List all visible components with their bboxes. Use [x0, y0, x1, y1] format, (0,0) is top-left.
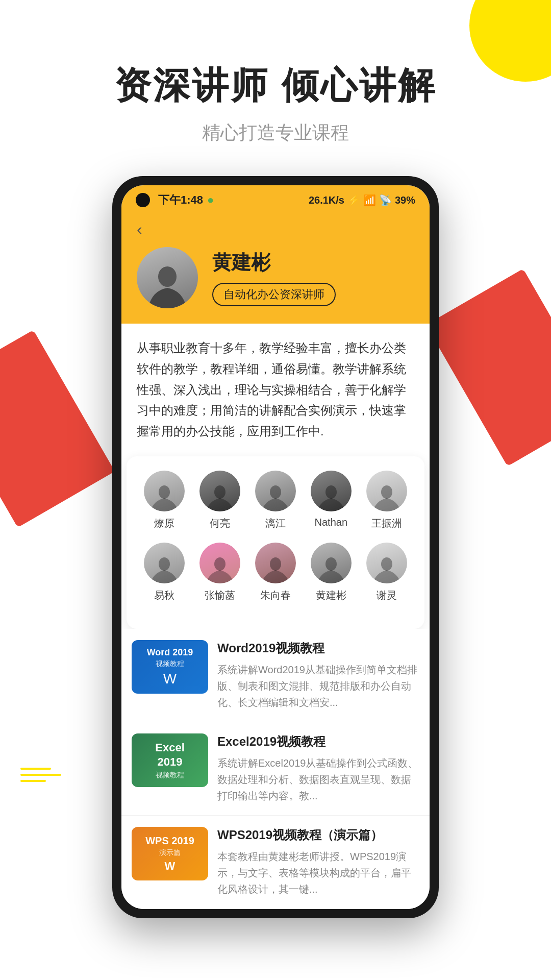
instructor-silhouette [259, 555, 292, 583]
instructor-item[interactable]: 王振洲 [361, 471, 412, 530]
instructor-avatar [366, 543, 407, 583]
course-list: Word 2019 视频教程 W Word2019视频教程 系统讲解Word20… [121, 629, 430, 909]
instructor-item[interactable]: 易秋 [139, 543, 190, 602]
instructor-name: 何亮 [210, 517, 230, 530]
instructor-avatar [311, 471, 352, 511]
course-title: Word2019视频教程 [217, 640, 419, 656]
back-arrow[interactable]: ‹ [137, 220, 414, 239]
teacher-avatar-silhouette [142, 262, 193, 308]
instructor-item[interactable]: 何亮 [194, 471, 245, 530]
teacher-name: 黄建彬 [212, 250, 414, 276]
course-thumbnail: Word 2019 视频教程 W [132, 640, 208, 694]
instructors-panel: 燎原 何亮 漓江 [127, 456, 424, 629]
teacher-avatar [137, 247, 198, 308]
svg-point-2 [214, 485, 226, 499]
instructor-silhouette [315, 555, 347, 583]
instructor-item[interactable]: Nathan [306, 471, 357, 530]
instructor-silhouette [370, 555, 403, 583]
teacher-info: 黄建彬 自动化办公资深讲师 [212, 250, 414, 306]
course-desc: 本套教程由黄建彬老师讲授。WPS2019演示，与文字、表格等模块构成的平台，扁平… [217, 848, 419, 897]
instructor-name: Nathan [315, 517, 348, 528]
course-info: WPS2019视频教程（演示篇） 本套教程由黄建彬老师讲授。WPS2019演示，… [217, 827, 419, 897]
teacher-bio: 从事职业教育十多年，教学经验丰富，擅长办公类软件的教学，教程详细，通俗易懂。教学… [121, 324, 430, 456]
course-info: Excel2019视频教程 系统讲解Excel2019从基础操作到公式函数、数据… [217, 733, 419, 804]
signal-icon: 📶 [363, 194, 376, 206]
instructor-silhouette [204, 483, 236, 511]
course-desc: 系统讲解Word2019从基础操作到简单文档排版、制表和图文混排、规范排版和办公… [217, 662, 419, 710]
instructor-avatar [144, 543, 185, 583]
instructor-name: 漓江 [265, 517, 286, 530]
svg-point-1 [159, 485, 170, 499]
instructor-silhouette [148, 483, 181, 511]
svg-point-5 [381, 485, 392, 499]
phone-screen: 下午1:48 ● 26.1K/s ⚡ 📶 📡 39% ‹ [121, 185, 430, 909]
status-dot: ● [207, 193, 214, 207]
instructors-row-2: 易秋 张愉菡 朱向春 [137, 543, 414, 602]
instructor-item[interactable]: 黄建彬 [306, 543, 357, 602]
svg-point-9 [325, 557, 337, 571]
status-bar-right: 26.1K/s ⚡ 📶 📡 39% [309, 194, 415, 206]
instructor-name: 谢灵 [377, 589, 397, 602]
svg-point-10 [381, 557, 392, 571]
course-item[interactable]: WPS 2019 演示篇 W WPS2019视频教程（演示篇） 本套教程由黄建彬… [121, 816, 430, 909]
course-thumbnail: Excel 2019 视频教程 [132, 733, 208, 787]
bluetooth-icon: ⚡ [347, 194, 360, 206]
wifi-icon: 📡 [379, 194, 392, 206]
instructor-name: 王振洲 [371, 517, 402, 530]
course-desc: 系统讲解Excel2019从基础操作到公式函数、数据处理和分析、数据图表直观呈现… [217, 755, 419, 804]
phone-wrapper: 下午1:48 ● 26.1K/s ⚡ 📶 📡 39% ‹ [0, 176, 551, 918]
instructor-name: 张愉菡 [205, 589, 235, 602]
instructor-silhouette [148, 555, 181, 583]
status-bar: 下午1:48 ● 26.1K/s ⚡ 📶 📡 39% [121, 185, 430, 212]
instructor-avatar [255, 471, 296, 511]
course-title: WPS2019视频教程（演示篇） [217, 827, 419, 843]
course-title: Excel2019视频教程 [217, 733, 419, 750]
instructor-avatar [199, 543, 240, 583]
instructor-avatar [366, 471, 407, 511]
course-info: Word2019视频教程 系统讲解Word2019从基础操作到简单文档排版、制表… [217, 640, 419, 710]
instructor-item[interactable]: 燎原 [139, 471, 190, 530]
course-thumbnail: WPS 2019 演示篇 W [132, 827, 208, 880]
instructor-name: 黄建彬 [316, 589, 346, 602]
status-speed: 26.1K/s [309, 194, 344, 206]
instructor-avatar [311, 543, 352, 583]
instructor-silhouette [370, 483, 403, 511]
course-item[interactable]: Excel 2019 视频教程 Excel2019视频教程 系统讲解Excel2… [121, 722, 430, 816]
battery-text: 39% [395, 194, 415, 206]
instructor-silhouette [259, 483, 292, 511]
camera-notch [136, 193, 150, 207]
svg-point-8 [270, 557, 281, 571]
instructor-silhouette [204, 555, 236, 583]
hero-section: 资深讲师 倾心讲解 精心打造专业课程 [0, 0, 551, 166]
instructor-silhouette [315, 483, 347, 511]
svg-point-7 [214, 557, 226, 571]
instructor-item[interactable]: 谢灵 [361, 543, 412, 602]
instructor-avatar [199, 471, 240, 511]
instructor-item[interactable]: 张愉菡 [194, 543, 245, 602]
course-item[interactable]: Word 2019 视频教程 W Word2019视频教程 系统讲解Word20… [121, 629, 430, 722]
instructor-name: 燎原 [154, 517, 174, 530]
instructor-item[interactable]: 朱向春 [250, 543, 301, 602]
svg-point-3 [270, 485, 281, 499]
svg-point-6 [159, 557, 170, 571]
phone-frame: 下午1:48 ● 26.1K/s ⚡ 📶 📡 39% ‹ [112, 176, 439, 918]
instructor-avatar [255, 543, 296, 583]
status-bar-left: 下午1:48 ● [136, 192, 214, 208]
teacher-badge: 自动化办公资深讲师 [212, 283, 336, 306]
instructor-name: 朱向春 [260, 589, 291, 602]
instructor-item[interactable]: 漓江 [250, 471, 301, 530]
profile-header: ‹ 黄建彬 自动化办公资深讲师 [121, 212, 430, 324]
instructors-row-1: 燎原 何亮 漓江 [137, 471, 414, 530]
svg-point-0 [158, 266, 177, 287]
hero-subtitle: 精心打造专业课程 [0, 120, 551, 145]
instructor-name: 易秋 [154, 589, 174, 602]
svg-point-4 [325, 485, 337, 499]
instructor-avatar [144, 471, 185, 511]
status-time: 下午1:48 [158, 192, 203, 208]
hero-title: 资深讲师 倾心讲解 [0, 61, 551, 110]
